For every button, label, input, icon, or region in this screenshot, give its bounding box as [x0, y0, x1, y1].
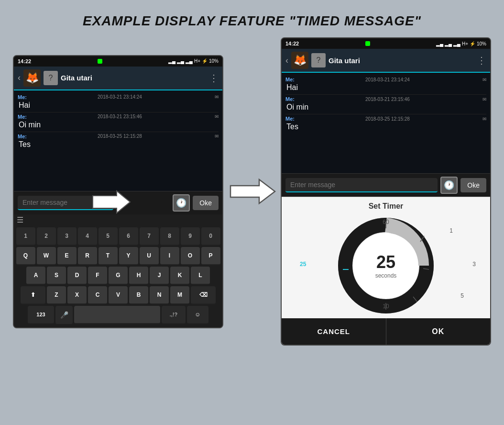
- back-arrow-right[interactable]: ‹: [285, 56, 288, 66]
- r-time-1: 2018-03-21 23:14:24: [365, 77, 410, 82]
- key-0[interactable]: 0: [201, 227, 220, 246]
- menu-left[interactable]: ⋮: [209, 72, 219, 84]
- time-right: 14:22: [285, 41, 299, 46]
- contact-name-right: Gita utari: [329, 56, 474, 65]
- key-emoji[interactable]: ☺: [187, 306, 208, 324]
- timer-dialog-title: Set Timer: [282, 197, 490, 213]
- tick-3: 3: [472, 261, 476, 268]
- timer-dial-area[interactable]: 25 seconds 60 1 3 5 10 25: [282, 213, 490, 318]
- key-b[interactable]: B: [129, 286, 148, 304]
- sender-2: Me:: [18, 114, 27, 120]
- key-n[interactable]: N: [150, 286, 169, 304]
- key-backspace[interactable]: ⌫: [191, 286, 216, 304]
- phone-right: 14:22 ▂▄ ▂▄ ▂▄ H+ ⚡ 10% ‹ 🦊 ? Gita utari…: [281, 37, 491, 346]
- chat-area-right: Me: 2018-03-21 23:14:24 ✉ Hai Me: 2018-0…: [282, 73, 490, 173]
- r-msg-icon-2: ✉: [482, 97, 486, 102]
- page-title: EXAMPLE DISPLAY FEATURE "TIMED MESSAGE": [83, 13, 421, 29]
- key-y[interactable]: Y: [119, 247, 138, 265]
- tick-10: 10: [383, 303, 389, 310]
- back-arrow-left[interactable]: ‹: [18, 73, 21, 83]
- key-i[interactable]: I: [160, 247, 179, 265]
- key-7[interactable]: 7: [140, 227, 159, 246]
- r-msg-text-1: Hai: [285, 83, 486, 92]
- key-z[interactable]: Z: [47, 286, 66, 304]
- avatar-right: 🦊: [291, 52, 308, 69]
- key-u[interactable]: U: [140, 247, 159, 265]
- svg-marker-0: [93, 191, 130, 213]
- key-e[interactable]: E: [57, 247, 77, 265]
- key-w[interactable]: W: [37, 247, 56, 265]
- r-msg-text-3: Tes: [285, 122, 486, 132]
- key-k[interactable]: K: [170, 267, 189, 285]
- msg-text-2: Oi min: [18, 120, 219, 130]
- between-arrow: [223, 177, 281, 206]
- key-space[interactable]: [74, 306, 160, 324]
- key-mic[interactable]: 🎤: [55, 306, 73, 324]
- sender-1: Me:: [18, 94, 27, 100]
- key-r[interactable]: R: [78, 247, 97, 265]
- status-icons-right: ▂▄ ▂▄ ▂▄ H+ ⚡ 10%: [436, 41, 486, 46]
- key-3[interactable]: 3: [57, 227, 77, 246]
- cancel-button[interactable]: CANCEL: [282, 318, 386, 345]
- timer-btn-left[interactable]: 🕐: [173, 194, 190, 212]
- key-6[interactable]: 6: [119, 227, 138, 246]
- r-msg-icon-1: ✉: [482, 77, 486, 82]
- battery-left: 10%: [209, 58, 219, 64]
- key-8[interactable]: 8: [160, 227, 179, 246]
- signal-right: ▂▄ ▂▄ ▂▄: [436, 41, 460, 46]
- status-icons-left: ▂▄ ▂▄ ▂▄ H+ ⚡ 10%: [168, 58, 219, 64]
- message-block-1: Me: 2018-03-21 23:14:24 ✉ Hai: [18, 94, 219, 110]
- key-2[interactable]: 2: [37, 227, 56, 246]
- signal-left: ▂▄ ▂▄ ▂▄: [168, 58, 193, 64]
- key-v[interactable]: V: [109, 286, 128, 304]
- menu-right[interactable]: ⋮: [477, 55, 486, 66]
- timer-btn-right[interactable]: 🕐: [440, 177, 458, 194]
- flash-left: ⚡: [202, 58, 208, 64]
- msg-icon-3: ✉: [215, 134, 219, 139]
- time-3: 2018-03-25 12:15:28: [98, 134, 142, 139]
- timer-actions: CANCEL OK: [282, 318, 490, 345]
- timer-dialog: Set Timer: [282, 197, 490, 345]
- chat-area-left: Me: 2018-03-21 23:14:24 ✉ Hai Me: 2018-0…: [14, 90, 222, 191]
- key-d[interactable]: D: [67, 267, 87, 285]
- key-q[interactable]: Q: [16, 247, 35, 265]
- chat-header-left: ‹ 🦊 ? Gita utari ⋮: [14, 67, 222, 90]
- r-message-block-1: Me: 2018-03-21 23:14:24 ✉ Hai: [285, 77, 486, 92]
- key-num[interactable]: 123: [28, 306, 54, 324]
- r-sender-1: Me:: [285, 77, 295, 82]
- key-t[interactable]: T: [99, 247, 118, 265]
- phone-left: 14:22 ▂▄ ▂▄ ▂▄ H+ ⚡ 10% ‹ 🦊 ? Gita utari…: [13, 55, 223, 328]
- time-2: 2018-03-21 23:15:46: [98, 114, 142, 119]
- msg-icon-1: ✉: [215, 94, 219, 100]
- key-j[interactable]: J: [150, 267, 169, 285]
- battery-right: 10%: [477, 41, 486, 46]
- settings-icon[interactable]: ☰: [17, 215, 23, 224]
- key-h[interactable]: H: [129, 267, 148, 285]
- avatar-placeholder-right: ?: [311, 53, 326, 67]
- send-btn-right[interactable]: Oke: [460, 178, 486, 192]
- tick-1: 1: [449, 227, 453, 234]
- key-l[interactable]: L: [191, 267, 210, 285]
- keyboard-left: 1 2 3 4 5 6 7 8 9 0 Q W E R T Y U I O: [14, 225, 222, 327]
- key-a[interactable]: A: [26, 267, 45, 285]
- key-9[interactable]: 9: [181, 227, 200, 246]
- key-c[interactable]: C: [88, 286, 107, 304]
- r-msg-icon-3: ✉: [482, 116, 486, 122]
- key-p[interactable]: P: [201, 247, 220, 265]
- key-5[interactable]: 5: [99, 227, 118, 246]
- msg-icon-2: ✉: [215, 114, 219, 119]
- message-input-right[interactable]: [285, 178, 438, 192]
- input-bar-right: 🕐 Oke: [282, 173, 490, 197]
- key-f[interactable]: F: [88, 267, 107, 285]
- key-o[interactable]: O: [181, 247, 200, 265]
- key-g[interactable]: G: [109, 267, 128, 285]
- send-btn-left[interactable]: Oke: [193, 196, 219, 210]
- key-x[interactable]: X: [67, 286, 87, 304]
- key-4[interactable]: 4: [78, 227, 97, 246]
- key-punct[interactable]: .,!?: [162, 306, 186, 324]
- key-s[interactable]: S: [47, 267, 66, 285]
- key-1[interactable]: 1: [16, 227, 35, 246]
- ok-button[interactable]: OK: [386, 318, 491, 345]
- key-shift[interactable]: ⬆: [21, 286, 45, 304]
- key-m[interactable]: M: [170, 286, 189, 304]
